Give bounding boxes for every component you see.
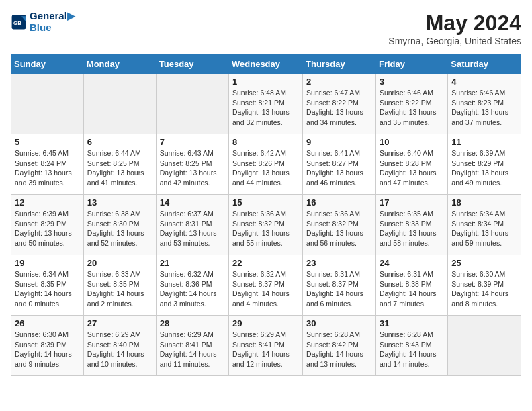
- calendar-cell: 21Sunrise: 6:32 AM Sunset: 8:36 PM Dayli…: [156, 255, 228, 316]
- calendar-cell: 18Sunrise: 6:34 AM Sunset: 8:34 PM Dayli…: [448, 195, 521, 255]
- day-number: 1: [232, 77, 299, 87]
- day-number: 17: [380, 197, 444, 208]
- day-info: Sunrise: 6:30 AM Sunset: 8:39 PM Dayligh…: [15, 330, 80, 369]
- day-info: Sunrise: 6:48 AM Sunset: 8:21 PM Dayligh…: [232, 88, 299, 128]
- day-info: Sunrise: 6:47 AM Sunset: 8:22 PM Dayligh…: [306, 88, 372, 128]
- day-info: Sunrise: 6:41 AM Sunset: 8:27 PM Dayligh…: [306, 148, 372, 188]
- day-number: 28: [160, 318, 225, 328]
- header-row: SundayMondayTuesdayWednesdayThursdayFrid…: [11, 55, 521, 74]
- title-block: May 2024 Smyrna, Georgia, United States: [388, 11, 521, 46]
- day-number: 18: [451, 197, 517, 208]
- day-info: Sunrise: 6:29 AM Sunset: 8:41 PM Dayligh…: [232, 330, 299, 369]
- calendar-cell: 8Sunrise: 6:42 AM Sunset: 8:26 PM Daylig…: [229, 134, 303, 195]
- calendar-cell: 4Sunrise: 6:46 AM Sunset: 8:23 PM Daylig…: [448, 74, 521, 134]
- calendar-cell: 30Sunrise: 6:28 AM Sunset: 8:42 PM Dayli…: [303, 316, 376, 376]
- calendar-cell: 25Sunrise: 6:30 AM Sunset: 8:39 PM Dayli…: [448, 255, 521, 316]
- day-number: 23: [306, 258, 372, 268]
- day-number: 30: [306, 318, 372, 328]
- calendar-cell: 24Sunrise: 6:31 AM Sunset: 8:38 PM Dayli…: [375, 255, 447, 316]
- calendar-cell: [156, 74, 228, 134]
- calendar-cell: 19Sunrise: 6:34 AM Sunset: 8:35 PM Dayli…: [11, 255, 84, 316]
- calendar-cell: 22Sunrise: 6:32 AM Sunset: 8:37 PM Dayli…: [229, 255, 303, 316]
- day-info: Sunrise: 6:31 AM Sunset: 8:38 PM Dayligh…: [380, 269, 444, 309]
- calendar-cell: [11, 74, 84, 134]
- logo-icon: GB: [11, 14, 27, 30]
- day-number: 19: [15, 258, 80, 268]
- day-number: 10: [380, 137, 444, 147]
- calendar-cell: [83, 74, 156, 134]
- calendar-cell: 1Sunrise: 6:48 AM Sunset: 8:21 PM Daylig…: [229, 74, 303, 134]
- day-number: 2: [306, 77, 372, 87]
- day-info: Sunrise: 6:34 AM Sunset: 8:35 PM Dayligh…: [15, 269, 80, 309]
- calendar-cell: 20Sunrise: 6:33 AM Sunset: 8:35 PM Dayli…: [83, 255, 156, 316]
- calendar-cell: 2Sunrise: 6:47 AM Sunset: 8:22 PM Daylig…: [303, 74, 376, 134]
- calendar-week-row: 12Sunrise: 6:39 AM Sunset: 8:29 PM Dayli…: [11, 195, 521, 255]
- day-number: 12: [15, 197, 80, 208]
- day-number: 22: [232, 258, 299, 268]
- day-of-week-header: Sunday: [11, 55, 84, 74]
- day-info: Sunrise: 6:39 AM Sunset: 8:29 PM Dayligh…: [15, 209, 80, 248]
- day-info: Sunrise: 6:36 AM Sunset: 8:32 PM Dayligh…: [232, 209, 299, 248]
- day-number: 15: [232, 197, 299, 208]
- day-info: Sunrise: 6:39 AM Sunset: 8:29 PM Dayligh…: [451, 148, 517, 188]
- day-number: 13: [87, 197, 152, 208]
- location-subtitle: Smyrna, Georgia, United States: [388, 36, 521, 46]
- page-header: GB General▶ Blue May 2024 Smyrna, Georgi…: [11, 11, 521, 46]
- day-info: Sunrise: 6:37 AM Sunset: 8:31 PM Dayligh…: [160, 209, 225, 248]
- calendar-week-row: 19Sunrise: 6:34 AM Sunset: 8:35 PM Dayli…: [11, 255, 521, 316]
- day-of-week-header: Monday: [83, 55, 156, 74]
- day-of-week-header: Wednesday: [229, 55, 303, 74]
- day-info: Sunrise: 6:46 AM Sunset: 8:23 PM Dayligh…: [451, 88, 517, 128]
- day-info: Sunrise: 6:42 AM Sunset: 8:26 PM Dayligh…: [232, 148, 299, 188]
- day-number: 3: [380, 77, 444, 87]
- day-info: Sunrise: 6:32 AM Sunset: 8:37 PM Dayligh…: [232, 269, 299, 309]
- day-info: Sunrise: 6:35 AM Sunset: 8:33 PM Dayligh…: [380, 209, 444, 248]
- logo: GB General▶ Blue: [11, 11, 75, 33]
- day-info: Sunrise: 6:46 AM Sunset: 8:22 PM Dayligh…: [380, 88, 444, 128]
- day-number: 16: [306, 197, 372, 208]
- calendar-cell: 15Sunrise: 6:36 AM Sunset: 8:32 PM Dayli…: [229, 195, 303, 255]
- day-info: Sunrise: 6:31 AM Sunset: 8:37 PM Dayligh…: [306, 269, 372, 309]
- calendar-week-row: 5Sunrise: 6:45 AM Sunset: 8:24 PM Daylig…: [11, 134, 521, 195]
- day-number: 5: [15, 137, 80, 147]
- calendar-cell: 11Sunrise: 6:39 AM Sunset: 8:29 PM Dayli…: [448, 134, 521, 195]
- day-of-week-header: Thursday: [303, 55, 376, 74]
- calendar-week-row: 1Sunrise: 6:48 AM Sunset: 8:21 PM Daylig…: [11, 74, 521, 134]
- calendar-cell: 27Sunrise: 6:29 AM Sunset: 8:40 PM Dayli…: [83, 316, 156, 376]
- day-info: Sunrise: 6:28 AM Sunset: 8:42 PM Dayligh…: [306, 330, 372, 369]
- calendar-cell: 26Sunrise: 6:30 AM Sunset: 8:39 PM Dayli…: [11, 316, 84, 376]
- calendar-cell: [448, 316, 521, 376]
- calendar-table: SundayMondayTuesdayWednesdayThursdayFrid…: [11, 54, 521, 376]
- day-number: 24: [380, 258, 444, 268]
- day-number: 9: [306, 137, 372, 147]
- calendar-cell: 29Sunrise: 6:29 AM Sunset: 8:41 PM Dayli…: [229, 316, 303, 376]
- calendar-cell: 13Sunrise: 6:38 AM Sunset: 8:30 PM Dayli…: [83, 195, 156, 255]
- day-of-week-header: Friday: [375, 55, 447, 74]
- day-of-week-header: Saturday: [448, 55, 521, 74]
- day-info: Sunrise: 6:43 AM Sunset: 8:25 PM Dayligh…: [160, 148, 225, 188]
- month-year-title: May 2024: [388, 11, 521, 36]
- calendar-cell: 23Sunrise: 6:31 AM Sunset: 8:37 PM Dayli…: [303, 255, 376, 316]
- logo-text: General▶ Blue: [30, 11, 75, 33]
- day-info: Sunrise: 6:44 AM Sunset: 8:25 PM Dayligh…: [87, 148, 152, 188]
- calendar-cell: 10Sunrise: 6:40 AM Sunset: 8:28 PM Dayli…: [375, 134, 447, 195]
- calendar-cell: 9Sunrise: 6:41 AM Sunset: 8:27 PM Daylig…: [303, 134, 376, 195]
- calendar-cell: 17Sunrise: 6:35 AM Sunset: 8:33 PM Dayli…: [375, 195, 447, 255]
- calendar-header: SundayMondayTuesdayWednesdayThursdayFrid…: [11, 55, 521, 74]
- day-info: Sunrise: 6:38 AM Sunset: 8:30 PM Dayligh…: [87, 209, 152, 248]
- day-number: 25: [451, 258, 517, 268]
- calendar-cell: 12Sunrise: 6:39 AM Sunset: 8:29 PM Dayli…: [11, 195, 84, 255]
- day-info: Sunrise: 6:29 AM Sunset: 8:40 PM Dayligh…: [87, 330, 152, 369]
- day-number: 7: [160, 137, 225, 147]
- day-info: Sunrise: 6:32 AM Sunset: 8:36 PM Dayligh…: [160, 269, 225, 309]
- day-info: Sunrise: 6:36 AM Sunset: 8:32 PM Dayligh…: [306, 209, 372, 248]
- calendar-cell: 28Sunrise: 6:29 AM Sunset: 8:41 PM Dayli…: [156, 316, 228, 376]
- day-number: 4: [451, 77, 517, 87]
- day-info: Sunrise: 6:40 AM Sunset: 8:28 PM Dayligh…: [380, 148, 444, 188]
- day-info: Sunrise: 6:45 AM Sunset: 8:24 PM Dayligh…: [15, 148, 80, 188]
- calendar-cell: 6Sunrise: 6:44 AM Sunset: 8:25 PM Daylig…: [83, 134, 156, 195]
- day-info: Sunrise: 6:29 AM Sunset: 8:41 PM Dayligh…: [160, 330, 225, 369]
- day-number: 21: [160, 258, 225, 268]
- day-number: 20: [87, 258, 152, 268]
- day-number: 8: [232, 137, 299, 147]
